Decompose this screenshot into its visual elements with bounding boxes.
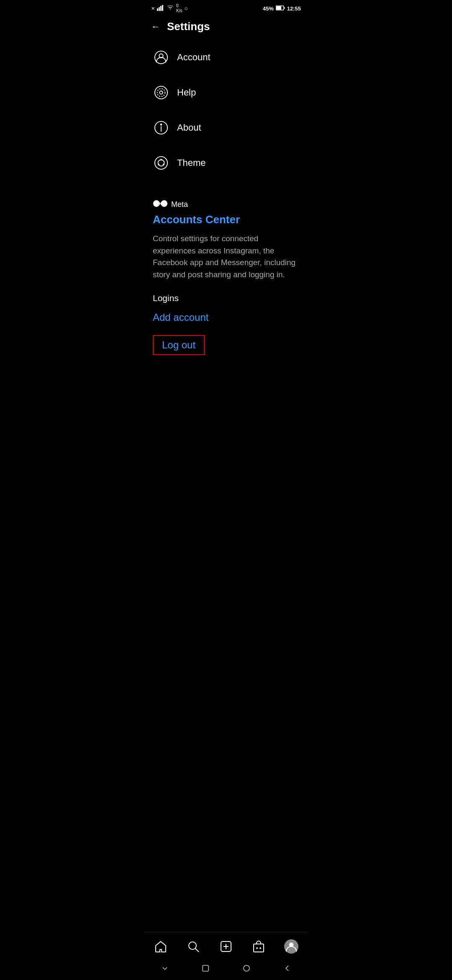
svg-rect-2 (160, 6, 162, 11)
account-icon (153, 49, 170, 66)
help-icon (153, 84, 170, 101)
settings-header: ← Settings (144, 15, 308, 40)
menu-item-theme[interactable]: Theme (144, 145, 308, 181)
account-label: Account (177, 52, 211, 63)
svg-point-18 (163, 164, 164, 165)
battery-percent: 45% (263, 5, 274, 12)
theme-icon (153, 155, 170, 171)
meta-section: Meta Accounts Center Control settings fo… (144, 191, 308, 281)
back-button[interactable]: ← (151, 21, 160, 32)
time: 12:55 (287, 5, 301, 12)
about-icon (153, 119, 170, 136)
signal-x-icon: ✕ (151, 6, 155, 11)
svg-point-14 (161, 124, 162, 125)
add-account-link[interactable]: Add account (153, 312, 299, 323)
svg-point-19 (158, 164, 159, 165)
logout-button[interactable]: Log out (153, 335, 205, 355)
svg-point-9 (155, 86, 167, 99)
data-icon: ○ (184, 5, 187, 12)
meta-brand-name: Meta (171, 200, 188, 209)
svg-point-11 (159, 91, 163, 94)
accounts-center-description: Control settings for connected experienc… (153, 233, 299, 281)
status-left: ✕ 0K/s ○ (151, 3, 188, 13)
accounts-center-link[interactable]: Accounts Center (153, 213, 299, 226)
status-right: 45% 12:55 (263, 5, 301, 12)
menu-item-account[interactable]: Account (144, 40, 308, 75)
meta-infinity-icon (153, 199, 168, 210)
logins-section: Logins Add account Log out (144, 293, 308, 364)
data-speed: 0K/s (176, 3, 182, 13)
svg-rect-5 (276, 6, 281, 10)
svg-rect-3 (162, 5, 163, 11)
signal-bars-icon (157, 5, 164, 12)
about-label: About (177, 122, 201, 133)
menu-item-help[interactable]: Help (144, 75, 308, 110)
page-title: Settings (167, 20, 210, 33)
logins-title: Logins (153, 293, 299, 303)
wifi-icon (167, 5, 174, 12)
svg-rect-0 (157, 8, 158, 11)
svg-rect-1 (159, 7, 160, 11)
svg-rect-6 (284, 7, 285, 9)
status-bar: ✕ 0K/s ○ 45% 12: (144, 0, 308, 15)
theme-label: Theme (177, 157, 205, 168)
svg-point-10 (157, 89, 165, 97)
menu-item-about[interactable]: About (144, 110, 308, 145)
meta-logo-row: Meta (153, 199, 299, 210)
svg-point-17 (160, 159, 162, 161)
help-label: Help (177, 87, 196, 98)
svg-point-15 (155, 157, 167, 169)
battery-icon (276, 5, 285, 12)
